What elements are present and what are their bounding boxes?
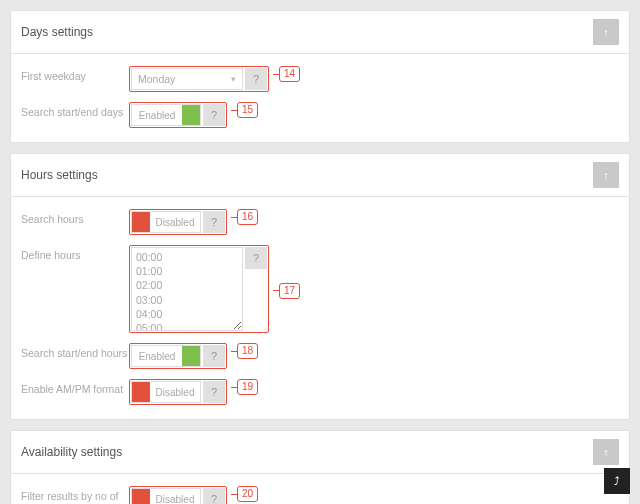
toggle-handle-icon xyxy=(182,105,200,125)
search-hours-range-label: Search start/end hours xyxy=(21,343,129,361)
callout-14: 14 xyxy=(273,66,300,82)
list-item[interactable]: 05:00 xyxy=(136,321,238,331)
hours-settings-title: Hours settings xyxy=(21,168,98,182)
filter-toggle[interactable]: Disabled xyxy=(131,488,201,504)
help-icon: ? xyxy=(211,216,217,228)
search-hours-range-toggle[interactable]: Enabled xyxy=(131,345,201,367)
callout-number: 19 xyxy=(237,379,258,395)
search-days-row: Search start/end days Enabled ? 15 xyxy=(21,102,619,128)
days-settings-panel: Days settings ↑ First weekday Monday ▾ ? xyxy=(10,10,630,143)
search-hours-range-control-group: Enabled ? xyxy=(129,343,227,369)
help-button[interactable]: ? xyxy=(203,345,225,367)
arrow-up-icon: ↑ xyxy=(603,446,609,458)
define-hours-row: Define hours 00:00 01:00 02:00 03:00 04:… xyxy=(21,245,619,333)
help-icon: ? xyxy=(253,252,259,264)
callout-15: 15 xyxy=(231,102,258,118)
help-button[interactable]: ? xyxy=(245,247,267,269)
search-hours-toggle[interactable]: Disabled xyxy=(131,211,201,233)
toggle-state-label: Enabled xyxy=(132,105,182,125)
days-settings-body: First weekday Monday ▾ ? 14 Sear xyxy=(11,54,629,142)
first-weekday-value: Monday xyxy=(138,73,175,85)
toggle-handle-icon xyxy=(132,489,150,504)
define-hours-label: Define hours xyxy=(21,245,129,263)
availability-settings-header: Availability settings ↑ xyxy=(11,431,629,474)
toggle-handle-icon xyxy=(132,212,150,232)
list-item[interactable]: 03:00 xyxy=(136,293,238,307)
help-button[interactable]: ? xyxy=(245,68,267,90)
callout-number: 16 xyxy=(237,209,258,225)
availability-settings-title: Availability settings xyxy=(21,445,122,459)
help-icon: ? xyxy=(211,109,217,121)
define-hours-control-group: 00:00 01:00 02:00 03:00 04:00 05:00 ? xyxy=(129,245,269,333)
define-hours-listbox[interactable]: 00:00 01:00 02:00 03:00 04:00 05:00 xyxy=(131,247,243,331)
help-button[interactable]: ? xyxy=(203,381,225,403)
list-item[interactable]: 00:00 xyxy=(136,250,238,264)
search-hours-row: Search hours Disabled ? 16 xyxy=(21,209,619,235)
toggle-handle-icon xyxy=(132,382,150,402)
arrow-up-icon: ↑ xyxy=(603,169,609,181)
help-button[interactable]: ? xyxy=(203,211,225,233)
help-icon: ? xyxy=(211,350,217,362)
help-icon: ? xyxy=(211,493,217,504)
search-days-label: Search start/end days xyxy=(21,102,129,120)
callout-number: 20 xyxy=(237,486,258,502)
chevron-down-icon: ▾ xyxy=(231,74,236,84)
list-item[interactable]: 04:00 xyxy=(136,307,238,321)
list-item[interactable]: 02:00 xyxy=(136,278,238,292)
help-button[interactable]: ? xyxy=(203,488,225,504)
callout-number: 17 xyxy=(279,283,300,299)
ampm-label: Enable AM/PM format xyxy=(21,379,129,397)
help-icon: ? xyxy=(211,386,217,398)
days-settings-title: Days settings xyxy=(21,25,93,39)
search-days-control-group: Enabled ? xyxy=(129,102,227,128)
first-weekday-label: First weekday xyxy=(21,66,129,84)
hours-settings-panel: Hours settings ↑ Search hours Disabled ? xyxy=(10,153,630,420)
toggle-state-label: Disabled xyxy=(150,382,200,402)
search-days-toggle[interactable]: Enabled xyxy=(131,104,201,126)
ampm-toggle[interactable]: Disabled xyxy=(131,381,201,403)
collapse-up-button[interactable]: ↑ xyxy=(593,19,619,45)
toggle-state-label: Enabled xyxy=(132,346,182,366)
toggle-state-label: Disabled xyxy=(150,489,200,504)
search-hours-control-group: Disabled ? xyxy=(129,209,227,235)
toggle-handle-icon xyxy=(182,346,200,366)
help-button[interactable]: ? xyxy=(203,104,225,126)
filter-control-group: Disabled ? xyxy=(129,486,227,504)
filter-label: Filter results by no of items available xyxy=(21,486,129,504)
collapse-up-button[interactable]: ↑ xyxy=(593,439,619,465)
callout-19: 19 xyxy=(231,379,258,395)
callout-16: 16 xyxy=(231,209,258,225)
first-weekday-row: First weekday Monday ▾ ? 14 xyxy=(21,66,619,92)
first-weekday-select[interactable]: Monday ▾ xyxy=(131,68,243,90)
list-item[interactable]: 01:00 xyxy=(136,264,238,278)
days-settings-header: Days settings ↑ xyxy=(11,11,629,54)
first-weekday-control-group: Monday ▾ ? xyxy=(129,66,269,92)
search-hours-label: Search hours xyxy=(21,209,129,227)
ampm-row: Enable AM/PM format Disabled ? 19 xyxy=(21,379,619,405)
ampm-control-group: Disabled ? xyxy=(129,379,227,405)
help-icon: ? xyxy=(253,73,259,85)
filter-row: Filter results by no of items available … xyxy=(21,486,619,504)
scroll-top-icon: ⤴ xyxy=(614,475,620,487)
availability-settings-panel: Availability settings ↑ Filter results b… xyxy=(10,430,630,504)
availability-settings-body: Filter results by no of items available … xyxy=(11,474,629,504)
toggle-state-label: Disabled xyxy=(150,212,200,232)
callout-18: 18 xyxy=(231,343,258,359)
arrow-up-icon: ↑ xyxy=(603,26,609,38)
collapse-up-button[interactable]: ↑ xyxy=(593,162,619,188)
callout-17: 17 xyxy=(273,280,300,299)
hours-settings-body: Search hours Disabled ? 16 Defi xyxy=(11,197,629,419)
callout-number: 15 xyxy=(237,102,258,118)
hours-settings-header: Hours settings ↑ xyxy=(11,154,629,197)
search-hours-range-row: Search start/end hours Enabled ? 18 xyxy=(21,343,619,369)
scroll-to-top-button[interactable]: ⤴ xyxy=(604,468,630,494)
callout-number: 18 xyxy=(237,343,258,359)
callout-20: 20 xyxy=(231,486,258,502)
callout-number: 14 xyxy=(279,66,300,82)
